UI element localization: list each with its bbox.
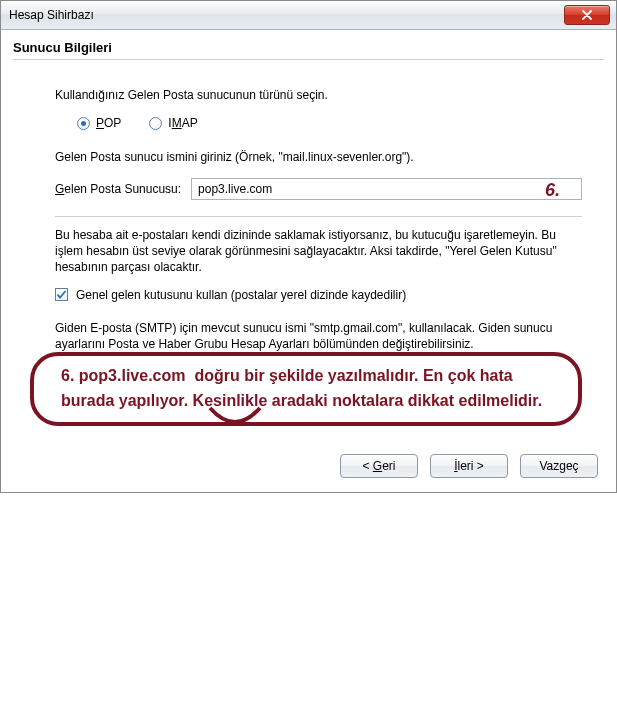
form-area: Kullandığınız Gelen Posta sunucunun türü… (13, 88, 604, 414)
server-example-text: Gelen Posta sunucu ismini giriniz (Örnek… (55, 150, 582, 164)
divider (55, 216, 582, 217)
radio-imap[interactable]: IMAP (149, 116, 197, 130)
titlebar: Hesap Sihirbazı (1, 1, 616, 30)
global-inbox-row: Genel gelen kutusunu kullan (postalar ye… (55, 288, 582, 302)
check-icon (56, 289, 67, 300)
cancel-button-label: Vazgeç (539, 459, 578, 473)
global-inbox-checkbox[interactable] (55, 288, 68, 301)
protocol-instruction: Kullandığınız Gelen Posta sunucunun türü… (55, 88, 582, 102)
annotation-text: 6. pop3.live.com doğru bir şekilde yazıl… (55, 364, 582, 414)
annotation-callout: 6. pop3.live.com doğru bir şekilde yazıl… (55, 364, 582, 414)
back-button-label: < Geri (362, 459, 395, 473)
incoming-server-row: Gelen Posta Sunucusu: 6. (55, 178, 582, 200)
cancel-button[interactable]: Vazgeç (520, 454, 598, 478)
close-icon (581, 10, 593, 20)
next-button-label: İleri > (454, 459, 484, 473)
incoming-server-input[interactable] (191, 178, 582, 200)
radio-pop-label: POP (96, 116, 121, 130)
window-title: Hesap Sihirbazı (9, 8, 564, 22)
back-button[interactable]: < Geri (340, 454, 418, 478)
wizard-footer: < Geri İleri > Vazgeç (13, 454, 604, 480)
divider (13, 59, 604, 60)
radio-indicator (149, 117, 162, 130)
next-button[interactable]: İleri > (430, 454, 508, 478)
radio-pop[interactable]: POP (77, 116, 121, 130)
global-inbox-label: Genel gelen kutusunu kullan (postalar ye… (76, 288, 406, 302)
section-title: Sunucu Bilgileri (13, 40, 604, 55)
account-wizard-window: Hesap Sihirbazı Sunucu Bilgileri Kulland… (0, 0, 617, 493)
smtp-note: Giden E-posta (SMTP) için mevcut sunucu … (55, 320, 582, 352)
storage-note: Bu hesaba ait e-postaları kendi dizinind… (55, 227, 582, 276)
close-button[interactable] (564, 5, 610, 25)
radio-indicator (77, 117, 90, 130)
protocol-radio-group: POP IMAP (77, 116, 582, 130)
incoming-server-label: Gelen Posta Sunucusu: (55, 182, 181, 196)
wizard-content: Sunucu Bilgileri Kullandığınız Gelen Pos… (1, 30, 616, 492)
radio-imap-label: IMAP (168, 116, 197, 130)
